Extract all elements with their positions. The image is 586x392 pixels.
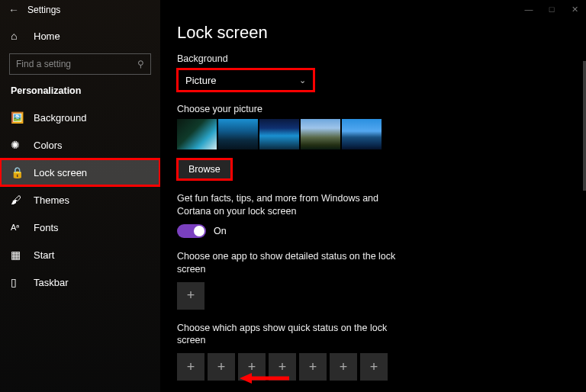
picture-thumb[interactable]: [301, 119, 340, 149]
scrollbar[interactable]: [583, 61, 586, 191]
lock-screen-icon: 🔒: [11, 166, 24, 178]
sidebar-item-colors[interactable]: ✺ Colors: [0, 131, 160, 159]
window-title: Settings: [27, 5, 60, 15]
picture-thumb[interactable]: [177, 119, 217, 149]
sidebar-item-label: Background: [34, 112, 86, 124]
search-icon: ⚲: [137, 59, 144, 69]
sidebar-item-label: Fonts: [34, 222, 59, 233]
quick-status-slot[interactable]: +: [330, 353, 357, 381]
section-title: Personalization: [0, 82, 160, 104]
start-icon: ▦: [11, 249, 24, 261]
dropdown-value: Picture: [185, 75, 216, 86]
back-button[interactable]: ←: [5, 4, 23, 16]
quick-status-slot[interactable]: +: [177, 353, 204, 381]
sidebar-item-themes[interactable]: 🖌 Themes: [0, 186, 160, 214]
picture-icon: 🖼️: [11, 111, 24, 124]
themes-icon: 🖌: [11, 194, 24, 206]
main-content: Lock screen Background Picture ⌄ Choose …: [160, 0, 586, 392]
background-label: Background: [177, 53, 569, 64]
sidebar-item-label: Colors: [34, 140, 63, 151]
detailed-status-label: Choose one app to show detailed status o…: [177, 250, 406, 276]
sidebar-item-label: Taskbar: [34, 277, 69, 288]
background-dropdown[interactable]: Picture ⌄: [177, 69, 314, 92]
search-placeholder: Find a setting: [16, 59, 71, 69]
detailed-status-slot[interactable]: +: [177, 282, 204, 310]
sidebar-item-label: Start: [34, 249, 54, 261]
picture-thumb[interactable]: [218, 119, 258, 149]
page-title: Lock screen: [177, 23, 569, 43]
funfacts-toggle[interactable]: [177, 224, 206, 238]
funfacts-text: Get fun facts, tips, and more from Windo…: [177, 192, 406, 218]
picture-thumb[interactable]: [259, 119, 299, 149]
sidebar: ⌂ Home Find a setting ⚲ Personalization …: [0, 0, 160, 392]
chevron-down-icon: ⌄: [299, 76, 306, 85]
maximize-button[interactable]: □: [540, 0, 563, 18]
quick-status-slot[interactable]: +: [299, 353, 327, 381]
svg-marker-1: [240, 373, 252, 384]
sidebar-item-label: Themes: [34, 194, 69, 206]
picture-thumbnails: [177, 119, 569, 149]
sidebar-item-background[interactable]: 🖼️ Background: [0, 104, 160, 131]
quick-status-slot[interactable]: +: [208, 353, 235, 381]
home-icon: ⌂: [11, 30, 24, 42]
home-nav[interactable]: ⌂ Home: [0, 23, 160, 49]
browse-label: Browse: [188, 164, 221, 175]
search-input[interactable]: Find a setting ⚲: [9, 53, 151, 75]
palette-icon: ✺: [11, 139, 24, 151]
fonts-icon: Aᵃ: [11, 223, 24, 233]
sidebar-item-taskbar[interactable]: ▯ Taskbar: [0, 268, 160, 296]
annotation-arrow: [240, 371, 293, 386]
sidebar-item-start[interactable]: ▦ Start: [0, 241, 160, 268]
minimize-button[interactable]: ―: [517, 0, 540, 18]
choose-picture-label: Choose your picture: [177, 104, 569, 114]
funfacts-state: On: [214, 226, 227, 236]
home-label: Home: [34, 31, 60, 42]
sidebar-item-fonts[interactable]: Aᵃ Fonts: [0, 214, 160, 241]
picture-thumb[interactable]: [342, 119, 382, 149]
sidebar-item-lock-screen[interactable]: 🔒 Lock screen: [0, 159, 160, 186]
close-button[interactable]: ✕: [563, 0, 586, 18]
sidebar-item-label: Lock screen: [34, 167, 87, 178]
quick-status-slot[interactable]: +: [360, 353, 388, 381]
taskbar-icon: ▯: [11, 276, 24, 288]
quick-status-label: Choose which apps show quick status on t…: [177, 322, 406, 348]
browse-button[interactable]: Browse: [177, 159, 232, 180]
